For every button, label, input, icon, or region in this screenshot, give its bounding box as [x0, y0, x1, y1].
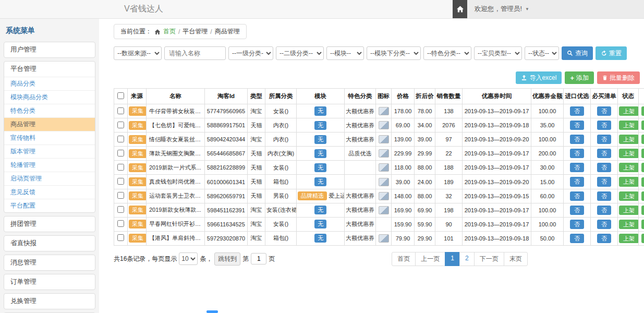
edit-button[interactable]	[641, 163, 644, 172]
edit-button[interactable]	[641, 234, 644, 243]
row-checkbox[interactable]	[117, 178, 124, 185]
sidebar-subitem[interactable]: 商品管理	[4, 117, 95, 131]
search-name-input[interactable]	[164, 46, 226, 60]
status-button[interactable]: 上架	[619, 121, 639, 130]
must-buy-toggle[interactable]: 否	[597, 220, 611, 229]
cell-status: 上架	[618, 147, 639, 161]
jump-button[interactable]: 跳转到	[214, 252, 240, 266]
import-select-toggle[interactable]: 否	[570, 106, 584, 116]
sidebar-subitem[interactable]: 平台配置	[4, 199, 95, 212]
must-buy-toggle[interactable]: 否	[597, 191, 611, 201]
sidebar-subitem[interactable]: 意见反馈	[4, 185, 95, 199]
sidebar-subitem[interactable]: 模块商品分类	[4, 90, 95, 104]
status-button[interactable]: 上架	[619, 220, 639, 229]
add-button[interactable]: +添加	[565, 71, 594, 84]
cell-sales: 2076	[435, 118, 463, 133]
jump-page-input[interactable]	[251, 253, 266, 264]
must-buy-toggle[interactable]: 否	[597, 121, 611, 130]
status-button[interactable]: 上架	[619, 191, 639, 201]
status-button[interactable]: 上架	[619, 106, 639, 116]
sidebar-subitem[interactable]: 版本管理	[4, 145, 95, 158]
cell-category: 内衣()	[265, 118, 297, 133]
import-select-toggle[interactable]: 否	[570, 149, 584, 158]
edit-button[interactable]	[641, 206, 644, 215]
page-number-button[interactable]: 1	[445, 252, 460, 266]
row-checkbox[interactable]	[117, 136, 124, 142]
row-checkbox[interactable]	[117, 107, 124, 114]
edit-button[interactable]	[641, 106, 644, 116]
pager-nav-button[interactable]: 首页	[392, 252, 416, 266]
import-select-toggle[interactable]: 否	[570, 135, 584, 144]
filter-select-module[interactable]: --模块--	[326, 46, 364, 60]
home-button[interactable]	[453, 0, 467, 18]
row-checkbox[interactable]	[117, 206, 124, 213]
sidebar-subitem[interactable]: 轮播管理	[4, 158, 95, 172]
row-checkbox[interactable]	[117, 234, 124, 241]
filter-select-level1-category[interactable]: --一级分类--	[228, 46, 273, 60]
must-buy-toggle[interactable]: 否	[597, 163, 611, 172]
batch-delete-button[interactable]: 批量删除	[597, 71, 640, 84]
must-buy-toggle[interactable]: 否	[597, 234, 611, 243]
pager-nav-button[interactable]: 下一页	[474, 252, 504, 266]
horizontal-scrollbar-thumb[interactable]	[206, 310, 218, 313]
edit-button[interactable]	[641, 220, 644, 229]
sidebar-item[interactable]: 省直快报	[4, 236, 95, 251]
filter-select-status[interactable]: --状态--	[525, 46, 559, 60]
import-select-toggle[interactable]: 否	[570, 234, 584, 243]
status-button[interactable]: 上架	[619, 149, 639, 158]
status-button[interactable]: 上架	[619, 163, 639, 172]
row-checkbox[interactable]	[117, 150, 124, 156]
sidebar-subitem[interactable]: 特色分类	[4, 104, 95, 117]
must-buy-toggle[interactable]: 否	[597, 149, 611, 158]
edit-button[interactable]	[641, 191, 644, 201]
page-number-button[interactable]: 2	[459, 252, 475, 266]
sidebar-subitem[interactable]: 启动页管理	[4, 172, 95, 185]
import-select-toggle[interactable]: 否	[570, 220, 584, 229]
sidebar-subitem[interactable]: 商品分类	[4, 77, 95, 90]
import-select-toggle[interactable]: 否	[570, 191, 584, 201]
sidebar-item[interactable]: 订单管理	[4, 274, 95, 290]
sidebar-item[interactable]: 消息管理	[4, 255, 95, 270]
edit-button[interactable]	[641, 149, 644, 158]
sidebar-item[interactable]: 用户管理	[4, 42, 95, 57]
must-buy-toggle[interactable]: 否	[597, 135, 611, 144]
pager-nav-button[interactable]: 末页	[504, 252, 528, 266]
row-checkbox[interactable]	[117, 164, 124, 171]
filter-select-level2-category[interactable]: --二级分类--	[276, 46, 324, 60]
row-checkbox[interactable]	[117, 122, 124, 128]
sidebar-item[interactable]: 拼团管理	[4, 216, 95, 232]
import-select-toggle[interactable]: 否	[570, 177, 584, 186]
sidebar-item[interactable]: 平台管理	[4, 62, 95, 77]
status-button[interactable]: 上架	[619, 177, 639, 186]
must-buy-toggle[interactable]: 否	[597, 177, 611, 186]
import-select-toggle[interactable]: 否	[570, 206, 584, 215]
status-button[interactable]: 上架	[619, 206, 639, 215]
cell-module: 无	[297, 175, 345, 189]
user-menu[interactable]: 欢迎您，管理员! ▼	[467, 0, 644, 18]
status-button[interactable]: 上架	[619, 234, 639, 243]
breadcrumb-home-link[interactable]: 首页	[163, 27, 176, 36]
filter-select-item-type[interactable]: --宝贝类型--	[474, 46, 522, 60]
sidebar-item[interactable]: 兑换管理	[4, 294, 95, 309]
pager-nav-button[interactable]: 上一页	[415, 252, 445, 266]
status-button[interactable]: 上架	[619, 135, 639, 144]
reset-button[interactable]: 重置	[596, 46, 627, 60]
filter-select-data-source[interactable]: --数据来源--	[114, 46, 162, 60]
must-buy-toggle[interactable]: 否	[597, 106, 611, 116]
filter-select-module-subcategory[interactable]: --模块下分类--	[367, 46, 421, 60]
import-select-toggle[interactable]: 否	[570, 121, 584, 130]
sidebar-subitem[interactable]: 宣传物料	[4, 131, 95, 145]
row-checkbox[interactable]	[117, 192, 124, 199]
edit-button[interactable]	[641, 121, 644, 130]
import-excel-button[interactable]: 导入excel	[516, 71, 562, 84]
page-size-select[interactable]: 10	[179, 252, 198, 265]
filter-select-feature-category[interactable]: --特色分类--	[423, 46, 471, 60]
row-checkbox[interactable]	[117, 220, 124, 227]
breadcrumb-item[interactable]: 平台管理	[183, 27, 208, 36]
edit-button[interactable]	[641, 135, 644, 144]
select-all-checkbox[interactable]	[117, 92, 124, 99]
search-button[interactable]: 查询	[562, 46, 593, 60]
must-buy-toggle[interactable]: 否	[597, 206, 611, 215]
edit-button[interactable]	[641, 177, 644, 187]
import-select-toggle[interactable]: 否	[570, 163, 584, 172]
